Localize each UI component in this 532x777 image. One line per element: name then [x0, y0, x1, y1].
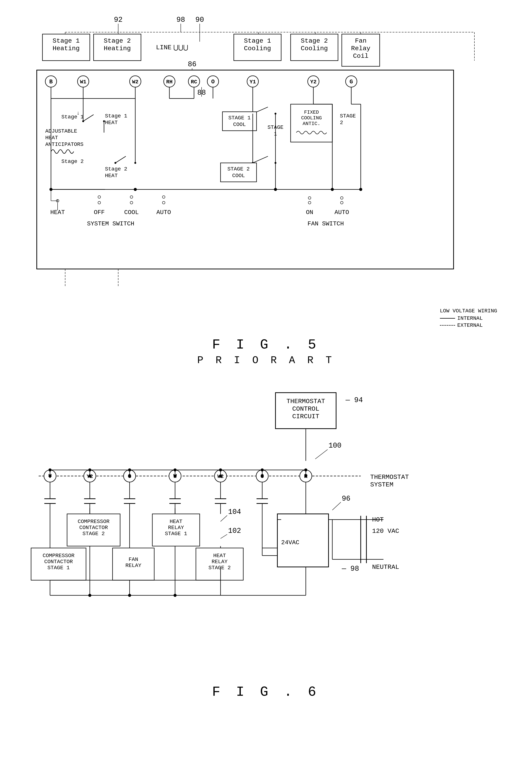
- stage2-heat-text: Stage 2: [105, 166, 127, 172]
- stage2-right-label2: 2: [340, 120, 343, 126]
- vac-120-label: 120 VAC: [372, 528, 399, 535]
- ref104-label: 104: [228, 508, 241, 516]
- cc-s2-line2: CONTACTOR: [79, 525, 108, 531]
- cool-switch-label: COOL: [124, 209, 139, 216]
- stage2-cool-box-line1: STAGE 2: [227, 166, 250, 172]
- svg-text:G: G: [349, 79, 353, 85]
- svg-point-46: [82, 120, 84, 122]
- legend-external-label: EXTERNAL: [457, 322, 483, 328]
- ref96-label: 96: [342, 494, 350, 503]
- line-label: LINE: [156, 44, 172, 51]
- svg-text:RH: RH: [166, 79, 173, 85]
- legend-external: EXTERNAL: [440, 322, 497, 328]
- dashed-line-icon: [440, 325, 455, 326]
- stage1-heat-text: Stage 1: [105, 113, 127, 119]
- svg-point-183: [128, 468, 131, 471]
- svg-point-94: [274, 188, 277, 191]
- stage2-heating-line1: Stage 2: [104, 37, 131, 44]
- ref100-label: 100: [328, 442, 341, 450]
- fixed-cooling-line1: FIXED: [304, 109, 319, 115]
- auto-switch-label: AUTO: [156, 209, 171, 216]
- svg-line-188: [332, 502, 341, 510]
- ref94-label: — 94: [345, 396, 363, 404]
- page: 92 98 90 Stage 1 Heating: [0, 0, 532, 777]
- hr-s1-line1: HEAT: [170, 519, 182, 525]
- svg-text:RC: RC: [191, 79, 197, 85]
- ref102-label: 102: [228, 527, 241, 535]
- fig5-diagram: 92 98 90 Stage 1 Heating: [20, 11, 512, 333]
- legend: LOW VOLTAGE WIRING INTERNAL EXTERNAL: [440, 308, 497, 328]
- fan-relay-line1: FAN: [129, 557, 138, 562]
- svg-rect-72: [222, 112, 256, 131]
- svg-point-184: [174, 468, 177, 471]
- adjustable-heat-line1: ADJUSTABLE: [45, 128, 77, 134]
- fig6-container: THERMOSTAT CONTROL CIRCUIT — 94 100 THER…: [20, 377, 512, 700]
- vac-24-label: 24VAC: [281, 539, 299, 546]
- thermostat-system-line2: SYSTEM: [370, 481, 393, 488]
- cc-s1-line3: STAGE 1: [47, 565, 70, 571]
- fan-switch-label: FAN SWITCH: [308, 220, 344, 227]
- svg-point-96: [359, 188, 362, 191]
- svg-line-101: [315, 449, 328, 459]
- svg-point-163: [88, 594, 91, 597]
- ref90-label: 90: [195, 16, 204, 24]
- stage2-cooling-line1: Stage 2: [301, 37, 328, 44]
- svg-point-92: [49, 188, 52, 191]
- ref92-label: 92: [114, 16, 123, 24]
- svg-text:Y2: Y2: [310, 79, 317, 85]
- stage1-cool-box-line1: STAGE 1: [228, 115, 251, 121]
- stage1-cooling-line1: Stage 1: [244, 37, 271, 44]
- on-fan-label: ON: [306, 209, 313, 216]
- fig6-diagram: THERMOSTAT CONTROL CIRCUIT — 94 100 THER…: [20, 377, 512, 681]
- thermostat-control-line1: THERMOSTAT: [287, 398, 325, 405]
- cc-s1-line2: CONTACTOR: [44, 559, 73, 565]
- svg-text:W2: W2: [132, 79, 138, 85]
- svg-point-52: [134, 162, 136, 164]
- stage2-right-label1: STAGE: [340, 113, 356, 119]
- svg-rect-77: [221, 163, 256, 182]
- fixed-cooling-line3: ANTIC.: [303, 121, 320, 126]
- legend-internal: INTERNAL: [440, 315, 497, 321]
- svg-line-136: [221, 534, 227, 539]
- fig5-subtitle: P R I O R A R T: [20, 355, 512, 366]
- svg-point-181: [48, 468, 51, 471]
- svg-point-95: [331, 188, 334, 191]
- svg-point-182: [88, 468, 91, 471]
- legend-title: LOW VOLTAGE WIRING: [440, 308, 497, 314]
- stage1-cooling-line2: Cooling: [244, 45, 271, 52]
- adjustable-heat-line2: HEAT: [45, 135, 58, 141]
- ref98-label: 98: [177, 16, 185, 24]
- stage1-heat-text2: HEAT: [105, 120, 118, 126]
- hr-s1-line2: RELAY: [168, 525, 184, 531]
- auto-fan-label: AUTO: [335, 209, 349, 216]
- stage1-heating-line2: Heating: [53, 45, 80, 52]
- stage2-heating-line2: Heating: [104, 45, 131, 52]
- svg-text:⋃⋃⋃: ⋃⋃⋃: [173, 44, 188, 51]
- hr-s2-line2: RELAY: [212, 559, 227, 565]
- cc-s2-line3: STAGE 2: [82, 531, 105, 537]
- svg-point-185: [219, 468, 222, 471]
- hr-s2-line1: HEAT: [213, 553, 226, 559]
- cc-s2-line1: COMPRESSOR: [78, 519, 109, 525]
- stage2-heat-text2: HEAT: [105, 173, 118, 179]
- legend-internal-label: INTERNAL: [457, 315, 483, 321]
- svg-line-135: [221, 516, 227, 522]
- thermostat-control-line3: CIRCUIT: [292, 413, 319, 420]
- stage1-adj-label: Stage 1: [62, 114, 84, 120]
- fixed-cooling-line2: COOLING: [301, 115, 322, 121]
- ref86-label: 86: [188, 60, 197, 69]
- fan-relay-line2: RELAY: [125, 563, 141, 568]
- stage2-adj-label: Stage 2: [62, 158, 84, 164]
- thermostat-control-line2: CONTROL: [292, 405, 319, 413]
- neutral-label: NEUTRAL: [372, 563, 399, 571]
- hr-s1-line3: STAGE 1: [165, 531, 187, 537]
- fig5-container: 92 98 90 Stage 1 Heating: [20, 11, 512, 366]
- off-switch-label: OFF: [94, 209, 105, 216]
- hr-s2-line3: STAGE 2: [208, 565, 231, 571]
- svg-text:O: O: [211, 79, 215, 85]
- cc-s1-line1: COMPRESSOR: [42, 553, 75, 559]
- ref98-fig6-label: — 98: [342, 565, 359, 573]
- svg-point-165: [174, 594, 177, 597]
- svg-point-187: [304, 468, 307, 471]
- system-switch-label: SYSTEM SWITCH: [87, 220, 134, 227]
